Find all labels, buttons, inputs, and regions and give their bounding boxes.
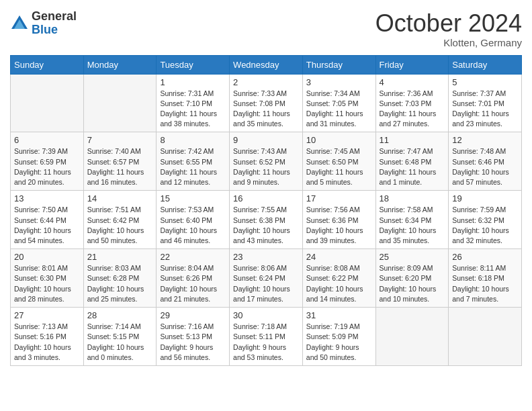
day-number: 24: [306, 252, 372, 262]
calendar-cell: 23Sunrise: 8:06 AM Sunset: 6:24 PM Dayli…: [230, 249, 303, 308]
day-number: 12: [452, 135, 518, 145]
calendar-cell: 24Sunrise: 8:08 AM Sunset: 6:22 PM Dayli…: [302, 249, 375, 308]
day-number: 1: [160, 77, 226, 87]
calendar-cell: 14Sunrise: 7:51 AM Sunset: 6:42 PM Dayli…: [83, 191, 157, 249]
day-number: 10: [306, 135, 372, 145]
day-number: 19: [452, 193, 518, 203]
day-number: 17: [306, 193, 372, 203]
day-info: Sunrise: 7:33 AM Sunset: 7:08 PM Dayligh…: [233, 89, 299, 130]
day-number: 14: [87, 193, 153, 203]
day-info: Sunrise: 7:50 AM Sunset: 6:44 PM Dayligh…: [14, 205, 80, 246]
calendar-cell: 11Sunrise: 7:47 AM Sunset: 6:48 PM Dayli…: [375, 132, 449, 191]
day-info: Sunrise: 7:39 AM Sunset: 6:59 PM Dayligh…: [14, 146, 80, 187]
col-header-tuesday: Tuesday: [157, 55, 230, 74]
day-info: Sunrise: 7:14 AM Sunset: 5:15 PM Dayligh…: [87, 322, 153, 363]
week-row-1: 6Sunrise: 7:39 AM Sunset: 6:59 PM Daylig…: [11, 132, 522, 191]
calendar-cell: 13Sunrise: 7:50 AM Sunset: 6:44 PM Dayli…: [11, 191, 84, 249]
calendar-cell: 2Sunrise: 7:33 AM Sunset: 7:08 PM Daylig…: [230, 74, 303, 132]
day-number: 20: [14, 252, 80, 262]
day-info: Sunrise: 7:47 AM Sunset: 6:48 PM Dayligh…: [380, 146, 445, 187]
day-number: 5: [452, 77, 518, 87]
day-number: 16: [233, 193, 299, 203]
calendar-cell: 30Sunrise: 7:18 AM Sunset: 5:11 PM Dayli…: [230, 308, 303, 366]
calendar-cell: 15Sunrise: 7:53 AM Sunset: 6:40 PM Dayli…: [157, 191, 230, 249]
calendar-cell: 6Sunrise: 7:39 AM Sunset: 6:59 PM Daylig…: [11, 132, 84, 191]
calendar-cell: 31Sunrise: 7:19 AM Sunset: 5:09 PM Dayli…: [302, 308, 375, 366]
day-info: Sunrise: 7:56 AM Sunset: 6:36 PM Dayligh…: [306, 205, 372, 246]
title-block: October 2024 Klotten, Germany: [375, 10, 522, 48]
header: General Blue October 2024 Klotten, Germa…: [10, 10, 522, 48]
day-info: Sunrise: 8:01 AM Sunset: 6:30 PM Dayligh…: [14, 263, 80, 304]
calendar-cell: 26Sunrise: 8:11 AM Sunset: 6:18 PM Dayli…: [449, 249, 522, 308]
day-info: Sunrise: 7:43 AM Sunset: 6:52 PM Dayligh…: [233, 146, 299, 187]
day-info: Sunrise: 7:53 AM Sunset: 6:40 PM Dayligh…: [160, 205, 226, 246]
day-number: 8: [160, 135, 226, 145]
day-info: Sunrise: 7:40 AM Sunset: 6:57 PM Dayligh…: [87, 146, 153, 187]
week-row-2: 13Sunrise: 7:50 AM Sunset: 6:44 PM Dayli…: [11, 191, 522, 249]
calendar-cell: [449, 308, 522, 366]
week-row-0: 1Sunrise: 7:31 AM Sunset: 7:10 PM Daylig…: [11, 74, 522, 132]
col-header-saturday: Saturday: [449, 55, 522, 74]
day-number: 2: [233, 77, 299, 87]
day-number: 6: [14, 135, 80, 145]
calendar-cell: 7Sunrise: 7:40 AM Sunset: 6:57 PM Daylig…: [83, 132, 157, 191]
day-number: 26: [452, 252, 518, 262]
day-number: 30: [233, 310, 299, 320]
calendar-cell: 22Sunrise: 8:04 AM Sunset: 6:26 PM Dayli…: [157, 249, 230, 308]
col-header-thursday: Thursday: [302, 55, 375, 74]
calendar-cell: 12Sunrise: 7:48 AM Sunset: 6:46 PM Dayli…: [449, 132, 522, 191]
calendar-cell: 5Sunrise: 7:37 AM Sunset: 7:01 PM Daylig…: [449, 74, 522, 132]
day-number: 15: [160, 193, 226, 203]
day-info: Sunrise: 8:08 AM Sunset: 6:22 PM Dayligh…: [306, 263, 372, 304]
calendar-cell: 29Sunrise: 7:16 AM Sunset: 5:13 PM Dayli…: [157, 308, 230, 366]
logo-blue: Blue: [32, 24, 77, 37]
calendar-cell: 19Sunrise: 7:59 AM Sunset: 6:32 PM Dayli…: [449, 191, 522, 249]
day-number: 4: [380, 77, 445, 87]
day-info: Sunrise: 7:45 AM Sunset: 6:50 PM Dayligh…: [306, 146, 372, 187]
day-info: Sunrise: 7:59 AM Sunset: 6:32 PM Dayligh…: [452, 205, 518, 246]
day-info: Sunrise: 7:34 AM Sunset: 7:05 PM Dayligh…: [306, 89, 372, 130]
calendar-cell: 28Sunrise: 7:14 AM Sunset: 5:15 PM Dayli…: [83, 308, 157, 366]
calendar-cell: [11, 74, 84, 132]
day-number: 27: [14, 310, 80, 320]
calendar-cell: 17Sunrise: 7:56 AM Sunset: 6:36 PM Dayli…: [302, 191, 375, 249]
calendar-container: General Blue October 2024 Klotten, Germa…: [0, 0, 532, 373]
day-info: Sunrise: 8:04 AM Sunset: 6:26 PM Dayligh…: [160, 263, 226, 304]
calendar-cell: 20Sunrise: 8:01 AM Sunset: 6:30 PM Dayli…: [11, 249, 84, 308]
calendar-cell: 8Sunrise: 7:42 AM Sunset: 6:55 PM Daylig…: [157, 132, 230, 191]
day-info: Sunrise: 7:48 AM Sunset: 6:46 PM Dayligh…: [452, 146, 518, 187]
day-info: Sunrise: 7:37 AM Sunset: 7:01 PM Dayligh…: [452, 89, 518, 130]
day-info: Sunrise: 7:13 AM Sunset: 5:16 PM Dayligh…: [14, 322, 80, 363]
calendar-cell: 10Sunrise: 7:45 AM Sunset: 6:50 PM Dayli…: [302, 132, 375, 191]
day-number: 31: [306, 310, 372, 320]
week-row-4: 27Sunrise: 7:13 AM Sunset: 5:16 PM Dayli…: [11, 308, 522, 366]
day-number: 23: [233, 252, 299, 262]
header-row: SundayMondayTuesdayWednesdayThursdayFrid…: [11, 55, 522, 74]
calendar-cell: 4Sunrise: 7:36 AM Sunset: 7:03 PM Daylig…: [375, 74, 449, 132]
calendar-cell: 1Sunrise: 7:31 AM Sunset: 7:10 PM Daylig…: [157, 74, 230, 132]
logo-general: General: [32, 10, 77, 24]
calendar-cell: 18Sunrise: 7:58 AM Sunset: 6:34 PM Dayli…: [375, 191, 449, 249]
calendar-cell: [375, 308, 449, 366]
col-header-sunday: Sunday: [11, 55, 84, 74]
calendar-cell: 3Sunrise: 7:34 AM Sunset: 7:05 PM Daylig…: [302, 74, 375, 132]
day-info: Sunrise: 7:18 AM Sunset: 5:11 PM Dayligh…: [233, 322, 299, 363]
day-info: Sunrise: 7:51 AM Sunset: 6:42 PM Dayligh…: [87, 205, 153, 246]
day-number: 9: [233, 135, 299, 145]
calendar-cell: 25Sunrise: 8:09 AM Sunset: 6:20 PM Dayli…: [375, 249, 449, 308]
month-title: October 2024: [375, 10, 522, 37]
day-number: 29: [160, 310, 226, 320]
logo-icon: [10, 14, 29, 33]
calendar-cell: 27Sunrise: 7:13 AM Sunset: 5:16 PM Dayli…: [11, 308, 84, 366]
calendar-cell: 21Sunrise: 8:03 AM Sunset: 6:28 PM Dayli…: [83, 249, 157, 308]
col-header-wednesday: Wednesday: [230, 55, 303, 74]
calendar-cell: 9Sunrise: 7:43 AM Sunset: 6:52 PM Daylig…: [230, 132, 303, 191]
logo-text: General Blue: [32, 10, 77, 37]
day-number: 21: [87, 252, 153, 262]
calendar-table: SundayMondayTuesdayWednesdayThursdayFrid…: [10, 55, 522, 366]
day-info: Sunrise: 7:31 AM Sunset: 7:10 PM Dayligh…: [160, 89, 226, 130]
day-number: 25: [380, 252, 445, 262]
day-number: 22: [160, 252, 226, 262]
day-info: Sunrise: 7:19 AM Sunset: 5:09 PM Dayligh…: [306, 322, 372, 363]
week-row-3: 20Sunrise: 8:01 AM Sunset: 6:30 PM Dayli…: [11, 249, 522, 308]
